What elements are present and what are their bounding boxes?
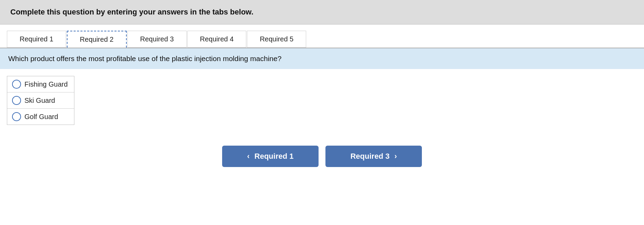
page-container: Complete this question by entering your … xyxy=(0,0,644,225)
radio-ski-guard[interactable] xyxy=(12,96,21,105)
radio-fishing-guard[interactable] xyxy=(12,80,21,89)
next-arrow: › xyxy=(394,152,397,161)
option-golf-guard[interactable]: Golf Guard xyxy=(7,109,74,125)
tab-required-4[interactable]: Required 4 xyxy=(187,31,247,48)
prev-arrow: ‹ xyxy=(247,152,249,161)
prev-button[interactable]: ‹ Required 1 xyxy=(222,146,319,167)
next-button[interactable]: Required 3 › xyxy=(325,146,422,167)
header-banner: Complete this question by entering your … xyxy=(0,0,644,25)
tabs-section: Required 1 Required 2 Required 3 Require… xyxy=(0,25,644,48)
option-label-ski-guard: Ski Guard xyxy=(24,97,55,105)
option-label-golf-guard: Golf Guard xyxy=(24,113,58,121)
question-area: Which product offers the most profitable… xyxy=(0,48,644,69)
option-label-fishing-guard: Fishing Guard xyxy=(24,80,68,88)
tab-required-1[interactable]: Required 1 xyxy=(7,31,66,48)
radio-golf-guard[interactable] xyxy=(12,112,21,121)
options-area: Fishing Guard Ski Guard Golf Guard xyxy=(0,69,644,132)
option-fishing-guard[interactable]: Fishing Guard xyxy=(7,76,74,92)
options-box: Fishing Guard Ski Guard Golf Guard xyxy=(7,76,74,125)
nav-buttons: ‹ Required 1 Required 3 › xyxy=(0,132,644,177)
tab-required-2[interactable]: Required 2 xyxy=(67,31,127,48)
prev-label: Required 1 xyxy=(255,152,294,161)
question-text: Which product offers the most profitable… xyxy=(8,55,281,62)
option-ski-guard[interactable]: Ski Guard xyxy=(7,92,74,109)
tab-required-5[interactable]: Required 5 xyxy=(247,31,306,48)
tab-required-3[interactable]: Required 3 xyxy=(127,31,187,48)
next-label: Required 3 xyxy=(350,152,389,161)
header-text: Complete this question by entering your … xyxy=(10,8,253,16)
